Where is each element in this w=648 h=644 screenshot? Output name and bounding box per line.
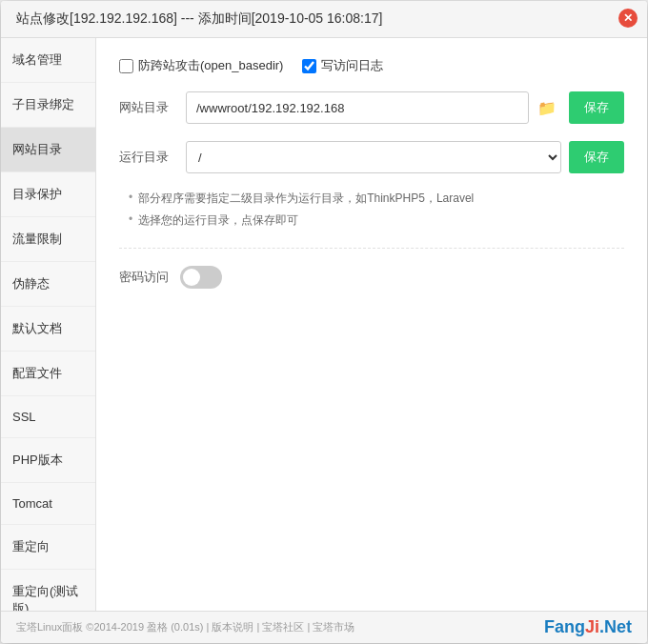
website-dir-label: 网站目录 xyxy=(119,99,186,116)
anti-csrf-checkbox-label[interactable]: 防跨站攻击(open_basedir) xyxy=(119,57,283,74)
modal-body: 域名管理 子目录绑定 网站目录 目录保护 流量限制 伪静态 默认文档 配置文件 xyxy=(1,38,647,611)
sidebar-item-domain[interactable]: 域名管理 xyxy=(1,38,95,83)
run-dir-row: 运行目录 / 保存 xyxy=(119,141,624,173)
sidebar-item-traffic-limit[interactable]: 流量限制 xyxy=(1,217,95,262)
write-log-checkbox[interactable] xyxy=(302,59,316,73)
run-dir-select[interactable]: / xyxy=(186,141,561,173)
website-dir-input[interactable] xyxy=(186,91,529,124)
section-divider xyxy=(119,248,624,249)
sidebar-item-pseudo-static[interactable]: 伪静态 xyxy=(1,262,95,307)
run-dir-label: 运行目录 xyxy=(119,149,186,166)
sidebar-item-dir-protect[interactable]: 目录保护 xyxy=(1,172,95,217)
footer-text: 宝塔Linux面板 ©2014-2019 盈格 (0.01s) | 版本说明 |… xyxy=(16,620,354,634)
footer-brand: FangJi.Net xyxy=(544,617,632,637)
modal-header: 站点修改[192.192.192.168] --- 添加时间[2019-10-0… xyxy=(1,1,647,38)
write-log-checkbox-label[interactable]: 写访问日志 xyxy=(302,57,383,74)
password-access-label: 密码访问 xyxy=(119,269,169,286)
sidebar-item-config-file[interactable]: 配置文件 xyxy=(1,352,95,396)
sidebar-item-redirect[interactable]: 重定向 xyxy=(1,525,95,570)
close-button[interactable]: ✕ xyxy=(618,9,638,28)
hint-1: 部分程序需要指定二级目录作为运行目录，如ThinkPHP5，Laravel xyxy=(129,191,624,207)
sidebar-item-php-version[interactable]: PHP版本 xyxy=(1,438,95,483)
modal-title: 站点修改[192.192.192.168] --- 添加时间[2019-10-0… xyxy=(16,10,382,28)
sidebar-item-tomcat[interactable]: Tomcat xyxy=(1,483,95,525)
hint-2: 选择您的运行目录，点保存即可 xyxy=(129,212,624,229)
password-toggle[interactable] xyxy=(180,266,222,289)
anti-csrf-checkbox[interactable] xyxy=(119,59,133,73)
sidebar-item-default-doc[interactable]: 默认文档 xyxy=(1,307,95,352)
folder-browse-button[interactable]: 📁 xyxy=(533,91,561,124)
run-dir-save-button[interactable]: 保存 xyxy=(569,141,624,173)
sidebar: 域名管理 子目录绑定 网站目录 目录保护 流量限制 伪静态 默认文档 配置文件 xyxy=(1,38,96,611)
modal-footer: 宝塔Linux面板 ©2014-2019 盈格 (0.01s) | 版本说明 |… xyxy=(1,611,647,643)
options-group: 防跨站攻击(open_basedir) 写访问日志 xyxy=(119,57,624,74)
sidebar-item-website-dir[interactable]: 网站目录 xyxy=(1,128,95,172)
website-dir-row: 网站目录 📁 保存 xyxy=(119,91,624,124)
sidebar-item-redirect-beta[interactable]: 重定向(测试版) xyxy=(1,570,95,611)
password-access-row: 密码访问 xyxy=(119,266,624,289)
modal-dialog: 站点修改[192.192.192.168] --- 添加时间[2019-10-0… xyxy=(1,1,647,643)
sidebar-item-subdir-bind[interactable]: 子目录绑定 xyxy=(1,83,95,128)
toggle-slider xyxy=(180,266,222,289)
hints-section: 部分程序需要指定二级目录作为运行目录，如ThinkPHP5，Laravel 选择… xyxy=(119,191,624,229)
website-dir-save-button[interactable]: 保存 xyxy=(569,91,624,124)
sidebar-item-ssl[interactable]: SSL xyxy=(1,396,95,438)
content-area: 防跨站攻击(open_basedir) 写访问日志 网站目录 📁 保存 运行目录 xyxy=(96,38,647,611)
